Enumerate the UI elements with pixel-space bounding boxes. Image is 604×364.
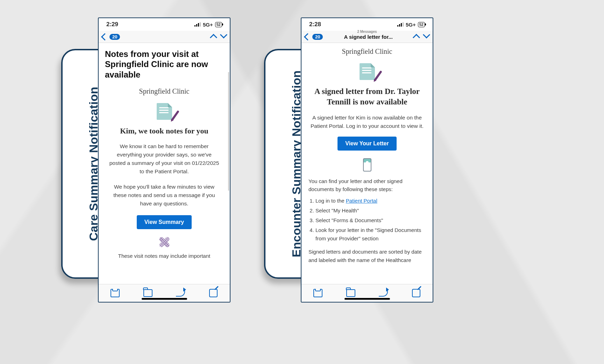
network-label: 5G+ [203,22,213,28]
step-item: Log in to the Patient Portal [315,197,426,205]
steps-intro: You can find your letter and other signe… [308,177,426,194]
header-title: A signed letter for... [326,34,411,40]
email-heading: A signed letter from Dr. Taylor Tennill … [311,86,424,107]
battery-icon: 52 [215,22,222,27]
compose-button[interactable] [412,289,421,298]
signal-icon [397,22,404,27]
status-time: 2:28 [309,21,321,28]
mail-header: 2 Messages 20 A signed letter for... [301,31,433,43]
step-item: Select "My Health" [315,206,426,215]
prev-message-button[interactable] [413,34,420,41]
back-button[interactable] [304,33,311,40]
email-footer: Signed letters and documents are sorted … [308,248,426,264]
email-body[interactable]: Springfield Clinic A signed letter from … [301,44,433,284]
email-subject: Notes from your visit at Springfield Cli… [105,49,223,80]
email-body[interactable]: Notes from your visit at Springfield Cli… [99,44,230,284]
steps-list: Log in to the Patient Portal Select "My … [308,197,426,243]
move-folder-button[interactable] [143,289,152,298]
view-letter-button[interactable]: View Your Letter [337,137,396,151]
step-item: Look for your letter in the "Signed Docu… [315,226,426,243]
email-paragraph-1: A signed letter for Kim is now available… [309,114,425,130]
unread-badge[interactable]: 20 [312,34,323,40]
prev-message-button[interactable] [210,34,217,41]
network-label: 5G+ [406,22,416,28]
clinic-name: Springfield Clinic [105,87,223,95]
unread-badge[interactable]: 20 [109,34,120,40]
email-heading: Kim, we took notes for you [108,126,221,136]
home-indicator[interactable] [344,298,390,300]
home-indicator[interactable] [142,298,187,300]
notes-icon [360,63,375,80]
reply-button[interactable] [176,289,185,298]
battery-icon: 52 [418,22,425,27]
status-bar: 2:29 5G+ 52 [99,18,230,31]
status-time: 2:29 [106,21,118,28]
signal-icon [194,22,201,27]
reply-button[interactable] [379,289,388,298]
patient-portal-link[interactable]: Patient Portal [346,198,377,204]
archive-button[interactable] [313,289,322,298]
phone-mock-encounter: 2:28 5G+ 52 2 Messages 20 A signed lette… [301,17,433,303]
header-subtitle: 2 Messages [301,30,433,34]
view-summary-button[interactable]: View Summary [137,215,192,229]
email-paragraph-2: We hope you'll take a few minutes to vie… [109,183,219,208]
email-footer: These visit notes may include important [108,252,221,260]
status-bar: 2:28 5G+ 52 [301,18,433,31]
back-button[interactable] [101,33,108,40]
move-folder-button[interactable] [346,289,355,298]
archive-button[interactable] [111,289,120,298]
bandaid-icon [159,237,170,247]
next-message-button[interactable] [220,31,227,38]
compose-button[interactable] [209,289,218,298]
phone-device-icon [363,158,371,172]
notes-icon [157,103,172,120]
step-item: Select "Forms & Documents" [315,216,426,225]
email-paragraph-1: We know it can be hard to remember every… [109,142,219,176]
scrollbar[interactable] [228,72,229,191]
phone-mock-care: 2:29 5G+ 52 20 N [98,17,230,303]
clinic-name: Springfield Clinic [308,48,426,56]
mail-header: 20 [99,31,230,43]
